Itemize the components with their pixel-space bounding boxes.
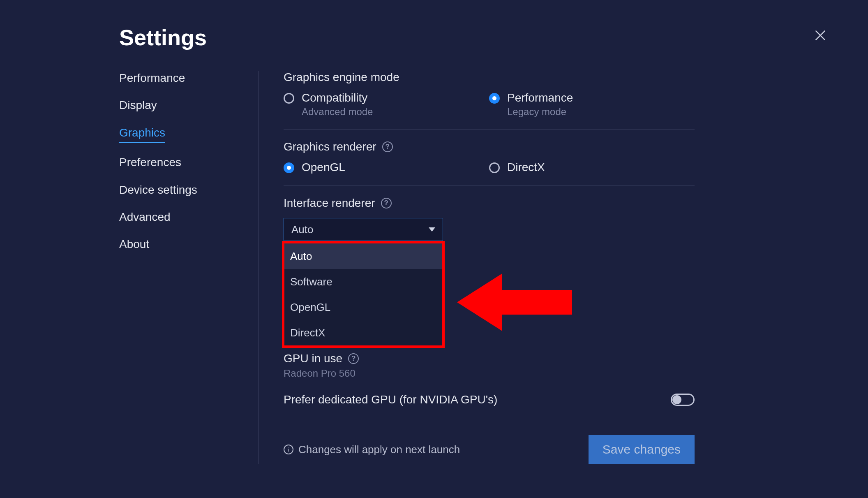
label-text: Graphics renderer — [284, 140, 376, 153]
save-changes-button[interactable]: Save changes — [589, 435, 695, 464]
sidebar-item-graphics[interactable]: Graphics — [119, 125, 165, 143]
help-icon[interactable]: ? — [381, 198, 392, 208]
radio-icon — [489, 93, 500, 104]
sidebar-item-display[interactable]: Display — [119, 98, 157, 113]
label-text: Interface renderer — [284, 197, 375, 210]
sidebar-item-advanced[interactable]: Advanced — [119, 210, 171, 225]
radio-sublabel: Legacy mode — [507, 106, 573, 118]
radio-icon — [284, 162, 294, 173]
sidebar-item-performance[interactable]: Performance — [119, 71, 185, 86]
radio-label: Compatibility — [302, 91, 373, 104]
page-title: Settings — [119, 25, 843, 50]
engine-mode-performance[interactable]: Performance Legacy mode — [489, 91, 695, 118]
dropdown-option-auto[interactable]: Auto — [284, 243, 442, 269]
info-icon: i — [284, 445, 293, 454]
renderer-directx[interactable]: DirectX — [489, 161, 695, 174]
engine-mode-label: Graphics engine mode — [284, 71, 695, 84]
caret-down-icon — [429, 227, 435, 232]
dropdown-option-opengl[interactable]: OpenGL — [284, 294, 442, 320]
interface-renderer-label: Interface renderer ? — [284, 197, 695, 210]
settings-sidebar: Performance Display Graphics Preferences… — [119, 71, 259, 464]
sidebar-item-about[interactable]: About — [119, 237, 149, 252]
help-icon[interactable]: ? — [348, 353, 359, 364]
dropdown-option-software[interactable]: Software — [284, 269, 442, 294]
prefer-dedicated-gpu-toggle[interactable] — [671, 394, 695, 406]
sidebar-item-preferences[interactable]: Preferences — [119, 155, 181, 170]
radio-icon — [489, 162, 500, 173]
gpu-in-use-value: Radeon Pro 560 — [284, 368, 695, 379]
graphics-renderer-label: Graphics renderer ? — [284, 140, 695, 153]
info-text: Changes will apply on next launch — [298, 443, 460, 456]
radio-icon — [284, 93, 294, 104]
radio-label: DirectX — [507, 161, 545, 174]
radio-sublabel: Advanced mode — [302, 106, 373, 118]
help-icon[interactable]: ? — [382, 141, 393, 152]
svg-marker-2 — [457, 273, 572, 331]
renderer-opengl[interactable]: OpenGL — [284, 161, 489, 174]
dropdown-option-directx[interactable]: DirectX — [284, 320, 442, 345]
changes-apply-info: i Changes will apply on next launch — [284, 443, 460, 456]
radio-label: Performance — [507, 91, 573, 104]
interface-renderer-dropdown-list: Auto Software OpenGL DirectX — [282, 241, 445, 348]
interface-renderer-dropdown[interactable]: Auto — [284, 218, 443, 241]
engine-mode-compatibility[interactable]: Compatibility Advanced mode — [284, 91, 489, 118]
dropdown-selected-value: Auto — [291, 223, 314, 236]
radio-label: OpenGL — [302, 161, 345, 174]
gpu-in-use-label: GPU in use ? — [284, 352, 695, 365]
prefer-dedicated-gpu-label: Prefer dedicated GPU (for NVIDIA GPU's) — [284, 393, 497, 406]
close-button[interactable] — [814, 29, 827, 42]
sidebar-item-device-settings[interactable]: Device settings — [119, 183, 197, 197]
toggle-knob-icon — [672, 395, 681, 404]
callout-arrow-icon — [457, 271, 572, 333]
divider — [284, 129, 695, 130]
label-text: GPU in use — [284, 352, 342, 365]
divider — [284, 185, 695, 186]
